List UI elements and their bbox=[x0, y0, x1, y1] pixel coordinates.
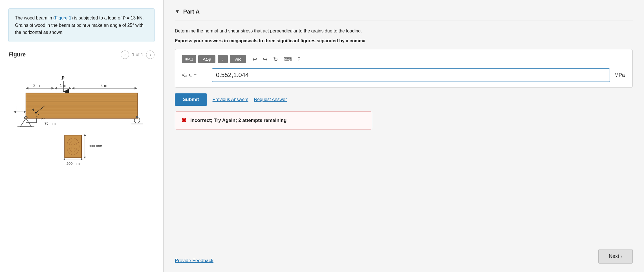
previous-answers-button[interactable]: Previous Answers bbox=[213, 97, 248, 102]
toolbar-refresh-btn[interactable]: ↻ bbox=[272, 55, 280, 63]
toolbar-help-btn[interactable]: ? bbox=[296, 55, 302, 63]
answer-unit: MPa bbox=[614, 72, 626, 78]
figure-label: Figure bbox=[8, 51, 26, 58]
dim-1m-label: 1 m bbox=[60, 83, 66, 88]
beam-svg: P 2 m bbox=[8, 75, 155, 176]
right-support-inner bbox=[136, 116, 138, 118]
toolbar-undo-btn[interactable]: ↩ bbox=[251, 55, 259, 63]
figure-link[interactable]: Figure 1 bbox=[55, 16, 71, 20]
toolbar-greek-btn[interactable]: ΑΣφ bbox=[198, 55, 215, 63]
next-label: Next › bbox=[609, 253, 622, 259]
keyboard-icon: ⌨ bbox=[284, 56, 292, 62]
math-toolbar: ■√□ ΑΣφ ↕ vec ↩ ↪ ↻ ⌨ bbox=[182, 55, 626, 63]
cross-height-label: 300 mm bbox=[89, 144, 102, 148]
vec-icon: vec bbox=[235, 57, 241, 62]
toolbar-separator-1 bbox=[248, 55, 248, 63]
help-icon: ? bbox=[297, 56, 301, 62]
point-a-label: A bbox=[31, 108, 34, 112]
greek-icon: ΑΣφ bbox=[203, 57, 211, 62]
refresh-icon: ↻ bbox=[273, 56, 278, 62]
left-panel: The wood beam in (Figure 1) is subjected… bbox=[0, 0, 164, 272]
figure-page-indicator: 1 of 1 bbox=[132, 52, 143, 57]
answer-container: ■√□ ΑΣφ ↕ vec ↩ ↪ ↻ ⌨ bbox=[175, 49, 633, 88]
undo-icon: ↩ bbox=[252, 56, 257, 62]
toolbar-vec-btn[interactable]: vec bbox=[230, 55, 246, 63]
dim-4m-label: 4 m bbox=[101, 83, 107, 88]
load-label: P bbox=[61, 75, 65, 81]
figure-area: P 2 m bbox=[8, 72, 155, 179]
redo-icon: ↪ bbox=[263, 56, 268, 62]
next-button[interactable]: Next › bbox=[598, 249, 633, 264]
toolbar-keyboard-btn[interactable]: ⌨ bbox=[282, 55, 294, 63]
part-divider bbox=[175, 21, 633, 21]
angle-label: 25° bbox=[39, 117, 45, 121]
figure-header: Figure ‹ 1 of 1 › bbox=[8, 51, 155, 59]
feedback-text: Incorrect; Try Again; 2 attempts remaini… bbox=[190, 118, 286, 123]
question-emphasis: Express your answers in megapascals to t… bbox=[175, 38, 633, 43]
figure-nav-controls: ‹ 1 of 1 › bbox=[121, 51, 155, 59]
updown-icon: ↕ bbox=[222, 57, 224, 62]
part-title: Part A bbox=[183, 8, 200, 15]
answer-input[interactable] bbox=[212, 68, 610, 82]
cross-width-label: 200 mm bbox=[67, 161, 80, 166]
sqrt-icon: ■√□ bbox=[185, 57, 193, 62]
provide-feedback-button[interactable]: Provide Feedback bbox=[175, 258, 213, 264]
right-panel: ▼ Part A Determine the normal and shear … bbox=[164, 0, 644, 272]
toolbar-sqrt-btn[interactable]: ■√□ bbox=[182, 55, 196, 63]
toolbar-updown-btn[interactable]: ↕ bbox=[218, 55, 228, 63]
toolbar-redo-btn[interactable]: ↪ bbox=[261, 55, 269, 63]
dim-75mm-label: 75 mm bbox=[45, 121, 56, 126]
problem-text-box: The wood beam in (Figure 1) is subjected… bbox=[8, 8, 155, 42]
submit-button[interactable]: Submit bbox=[175, 93, 207, 106]
question-text: Determine the normal and shear stress th… bbox=[175, 28, 633, 34]
figure-next-button[interactable]: › bbox=[146, 51, 155, 59]
answer-row: σn, τn = MPa bbox=[182, 68, 626, 82]
collapse-arrow-icon[interactable]: ▼ bbox=[175, 9, 180, 15]
figure-prev-button[interactable]: ‹ bbox=[121, 51, 129, 59]
feedback-box: ✖ Incorrect; Try Again; 2 attempts remai… bbox=[175, 111, 372, 130]
request-answer-button[interactable]: Request Answer bbox=[254, 97, 287, 102]
problem-text-intro: The wood beam in ( bbox=[15, 16, 55, 20]
action-row: Submit Previous Answers Request Answer bbox=[175, 93, 633, 106]
part-header: ▼ Part A bbox=[175, 8, 633, 15]
answer-label: σn, τn = bbox=[182, 72, 207, 78]
incorrect-icon: ✖ bbox=[181, 117, 186, 124]
figure-divider bbox=[8, 66, 155, 66]
dim-2m-label: 2 m bbox=[33, 83, 40, 88]
bottom-row: Provide Feedback Next › bbox=[175, 249, 633, 264]
cross-section-outer bbox=[65, 135, 81, 158]
